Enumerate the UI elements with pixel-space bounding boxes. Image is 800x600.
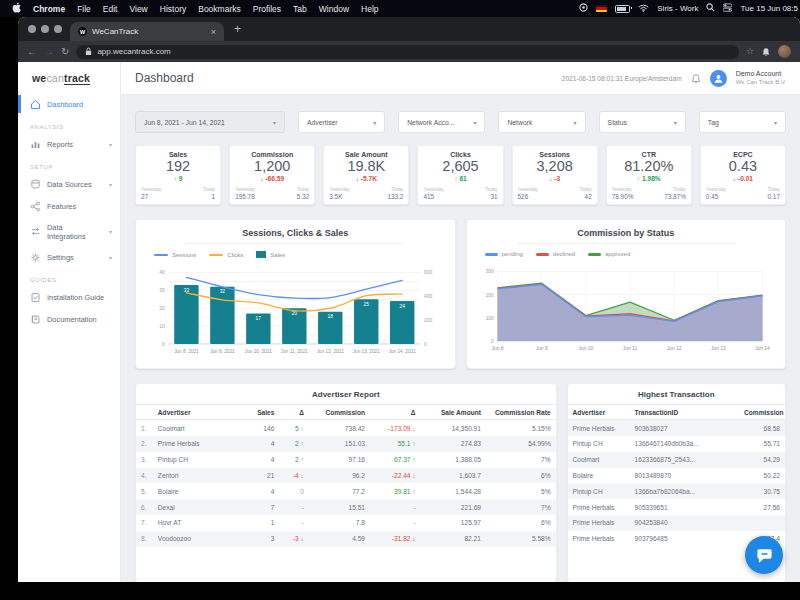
new-tab-button[interactable]: + [224,22,251,36]
spotlight-search-icon[interactable] [706,3,715,14]
legend-item-pending[interactable]: pending [485,251,523,257]
filter-label: Advertiser [307,119,338,126]
kpi-delta: ↓ -0.01 [733,175,753,184]
dashboard-body: Jun 8, 2021 - Jun 14, 2021▾Advertiser▾Ne… [121,95,800,582]
reload-icon[interactable]: ↻ [61,47,69,57]
notifications-extension-icon[interactable] [761,47,771,57]
date-range-filter[interactable]: Jun 8, 2021 - Jun 14, 2021▾ [135,111,285,133]
wecantrack-logo[interactable]: wecantrack [18,69,120,93]
transaction-id: 1623366875_2543... [630,452,739,468]
filter-bar: Jun 8, 2021 - Jun 14, 2021▾Advertiser▾Ne… [135,111,786,133]
kpi-card-sale-amount: Sale Amount19.8K↓ -5.7KYesterday3.5KToda… [323,145,409,205]
commission-rate-value: 7% [486,452,556,468]
sidebar-item-documentation[interactable]: Documentation [18,308,120,330]
sidebar-item-data-integrations[interactable]: Data Integrations▾ [18,217,120,246]
focus-mode-label[interactable]: Siris - Work [657,4,698,13]
kpi-value: 81.20% [624,158,673,175]
filter-network-acco-[interactable]: Network Acco...▾ [398,111,485,133]
wifi-icon[interactable] [638,4,649,14]
kpi-today: Today0.17 [768,187,780,201]
svg-text:33: 33 [184,288,190,293]
account-info[interactable]: Demo Account We Can Track B.V. [736,70,786,86]
maximize-window-button[interactable] [54,25,62,33]
sale-amount-value: 221.69 [421,499,486,515]
menubar-item-view[interactable]: View [123,4,153,14]
forward-icon[interactable]: → [44,47,54,57]
sidebar-item-settings[interactable]: Settings▾ [18,246,120,268]
browser-profile-avatar[interactable] [778,45,791,58]
commission-rate-value: 6% [486,468,556,484]
tab-close-icon[interactable]: × [211,27,216,37]
back-icon[interactable]: ← [27,47,37,57]
menubar-item-help[interactable]: Help [355,4,384,14]
bell-icon[interactable] [691,73,701,84]
sidebar-section-label: Analysis [18,115,120,133]
filter-status[interactable]: Status▾ [599,111,686,133]
kpi-footer: Yesterday195.78Today5.32 [235,187,309,201]
legend-item-declined[interactable]: declined [536,251,575,257]
legend-item-sales[interactable]: Sales [256,251,285,258]
kpi-yesterday: Yesterday415 [423,187,443,201]
browser-tab[interactable]: w WeCanTrack × [70,22,224,41]
chevron-down-icon: ▾ [109,141,112,148]
page-title: Dashboard [135,71,194,85]
legend-item-approved[interactable]: approved [588,251,630,257]
kpi-value: 3,208 [536,158,572,175]
sidebar-item-reports[interactable]: Reports▾ [18,133,120,155]
kpi-today: Today1 [203,187,215,201]
advertiser-name: Prime Herbals [568,515,630,531]
advertiser-name: Pintup CH [568,483,630,499]
sidebar-item-features[interactable]: Features [18,195,120,217]
legend-item-clicks[interactable]: Clicks [209,252,243,258]
legend-item-sessions[interactable]: Sessions [154,252,196,258]
control-center-icon[interactable] [723,3,732,14]
kpi-yesterday: Yesterday78.90% [612,187,634,201]
menubar-item-chrome[interactable]: Chrome [27,4,71,14]
settings-icon [30,252,41,263]
menubar-clock[interactable]: Tue 15 Jun 08:5 [740,4,798,13]
sidebar-item-data-sources[interactable]: Data Sources▾ [18,173,120,195]
menubar-item-profiles[interactable]: Profiles [247,4,287,14]
filter-tag[interactable]: Tag▾ [699,111,786,133]
legend-label: declined [553,251,575,257]
advertiser-name: Prime Herbals [153,436,244,452]
filter-label: Status [608,119,627,126]
sidebar-item-label: Installation Guide [47,293,104,302]
bookmark-star-icon[interactable]: ☆ [746,47,754,56]
chat-widget-button[interactable] [745,536,783,574]
sidebar-item-dashboard[interactable]: Dashboard [18,93,120,115]
menubar-item-file[interactable]: File [71,4,97,14]
transaction-id: 903796485 [630,531,739,547]
address-bar[interactable]: app.wecantrack.com [76,45,739,59]
apple-icon[interactable] [6,2,27,15]
kpi-yesterday-value: 0.45 [706,193,726,201]
legend-label: Clicks [227,252,243,258]
site-favicon: w [78,27,87,36]
row-number: 3. [136,452,153,468]
sales-delta: - [279,515,309,531]
table-row: 4.Zentori21-4 ↓96.2-22.44 ↓1,603.76% [136,468,556,484]
minimize-window-button[interactable] [41,25,49,33]
filter-advertiser[interactable]: Advertiser▾ [298,111,385,133]
chevron-down-icon: ▾ [674,119,677,126]
account-avatar[interactable] [710,70,727,87]
menubar-item-history[interactable]: History [154,4,192,14]
sidebar-item-installation-guide[interactable]: Installation Guide [18,286,120,308]
kpi-today-value: 0.17 [768,193,780,201]
menubar-item-tab[interactable]: Tab [287,4,313,14]
german-flag-icon[interactable] [596,5,607,12]
legend-swatch [256,251,266,258]
commission-delta: - [370,515,421,531]
svg-text:200: 200 [485,293,493,298]
svg-text:Jun 10, 2021: Jun 10, 2021 [245,350,272,355]
menubar-item-bookmarks[interactable]: Bookmarks [192,4,247,14]
kpi-label: Sessions [539,151,570,158]
svg-text:24: 24 [399,304,405,309]
advertiser-name: Pintup CH [153,452,244,468]
filter-network[interactable]: Network▾ [498,111,585,133]
menubar-item-window[interactable]: Window [313,4,355,14]
menubar-item-edit[interactable]: Edit [97,4,124,14]
commission-delta: -31.82 ↓ [370,531,421,547]
close-window-button[interactable] [28,25,36,33]
menubar-app-icon[interactable] [579,3,588,14]
